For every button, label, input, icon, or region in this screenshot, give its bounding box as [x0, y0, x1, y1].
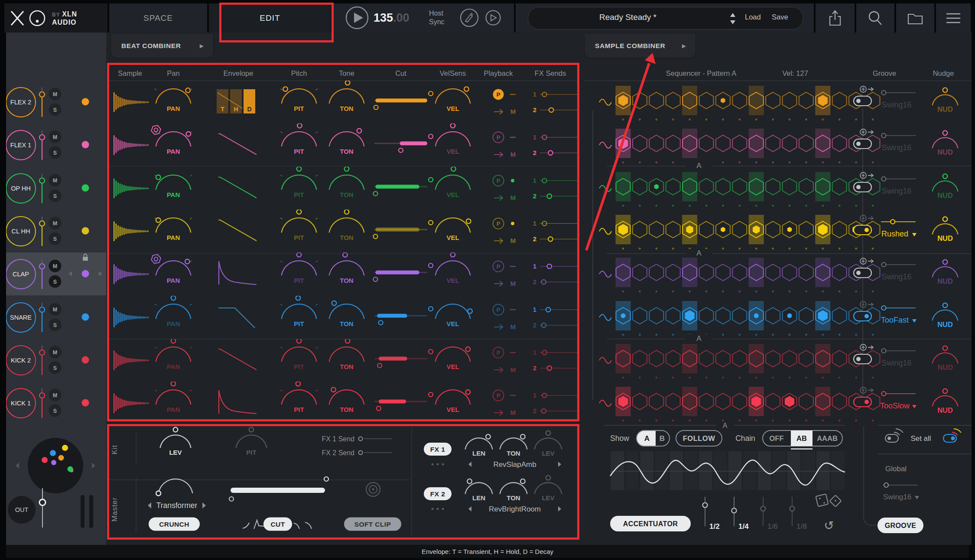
seq-step[interactable]: [649, 308, 663, 336]
pitch-knob[interactable]: PIT: [280, 382, 318, 413]
pan-knob[interactable]: PAN: [155, 296, 192, 327]
seq-step[interactable]: [716, 350, 730, 379]
set-all-off-toggle-icon[interactable]: [885, 429, 903, 442]
seq-step[interactable]: [616, 215, 631, 249]
seq-step[interactable]: [666, 308, 680, 336]
fx2-send-slider[interactable]: 2: [533, 364, 578, 372]
velsens-knob[interactable]: VEL: [436, 252, 471, 284]
tone-knob[interactable]: TON: [329, 339, 364, 370]
mute-button[interactable]: M: [49, 174, 62, 187]
fx2-more-options[interactable]: [437, 508, 439, 510]
seq-step[interactable]: [633, 178, 647, 207]
seq-step[interactable]: [766, 92, 780, 120]
groove-button[interactable]: GROOVE: [878, 518, 923, 533]
seq-step[interactable]: [832, 308, 847, 336]
envelope-control[interactable]: [219, 390, 257, 414]
play-button[interactable]: [346, 7, 368, 29]
load-button[interactable]: Load: [745, 13, 761, 21]
tone-knob[interactable]: TON: [329, 252, 364, 284]
seq-step[interactable]: [699, 221, 714, 249]
groove-toggle[interactable]: [854, 268, 871, 278]
cut-slider[interactable]: [374, 392, 433, 411]
fx1-send-slider[interactable]: 1: [533, 262, 578, 270]
fx1-send-slider[interactable]: 1: [533, 133, 578, 141]
fx2-send-slider[interactable]: 2: [533, 149, 578, 156]
set-all-on-toggle-icon[interactable]: [943, 429, 961, 442]
seq-step[interactable]: [799, 350, 813, 379]
seq-step[interactable]: [783, 393, 797, 421]
seq-step[interactable]: [716, 92, 730, 120]
crunch-button[interactable]: CRUNCH: [149, 518, 200, 531]
cut-slider[interactable]: [373, 263, 433, 282]
pad-prev-arrow[interactable]: [16, 463, 19, 469]
seq-step[interactable]: [832, 92, 847, 120]
seq-step[interactable]: [666, 350, 680, 379]
fx1-more-options[interactable]: [437, 463, 439, 466]
seq-step[interactable]: [783, 178, 797, 207]
pitch-knob[interactable]: PIT: [280, 87, 318, 112]
tone-knob[interactable]: TON: [329, 210, 364, 241]
sample-waveform[interactable]: [114, 135, 149, 155]
seq-step[interactable]: [682, 258, 697, 292]
division-slider-1-2[interactable]: 1/2: [703, 497, 720, 531]
master-effect-selector[interactable]: Transformer: [148, 501, 206, 510]
velocity-wave-icon[interactable]: [599, 185, 611, 191]
seq-step[interactable]: [649, 264, 663, 292]
show-ab-switch[interactable]: AB: [637, 431, 670, 446]
seq-step[interactable]: [616, 387, 631, 421]
seq-step[interactable]: [649, 178, 663, 207]
velsens-knob[interactable]: VEL: [436, 304, 472, 327]
solo-button[interactable]: S: [49, 190, 62, 202]
fx1-send-slider[interactable]: 1: [533, 349, 578, 356]
seq-step[interactable]: [682, 301, 697, 336]
swing-preset-dropdown[interactable]: Swing16: [881, 100, 911, 109]
seq-step[interactable]: [832, 350, 847, 379]
seq-step[interactable]: [766, 221, 780, 249]
fx2-send-slider[interactable]: 2: [533, 192, 578, 200]
fx2-send-slider[interactable]: 2: [533, 321, 578, 329]
swing-amount-slider[interactable]: [881, 262, 916, 267]
seq-step[interactable]: [633, 135, 647, 163]
mute-button[interactable]: M: [49, 346, 62, 359]
seq-step[interactable]: [633, 92, 647, 120]
groove-link-icon[interactable]: [860, 301, 873, 308]
pitch-knob[interactable]: PIT: [280, 252, 318, 284]
fx1-send-slider[interactable]: 1: [533, 220, 578, 227]
nudge-knob[interactable]: NUD: [933, 131, 958, 156]
seq-step[interactable]: [732, 221, 747, 249]
master-amount-slider[interactable]: [229, 477, 328, 501]
swing-preset-dropdown[interactable]: Rushed: [881, 230, 916, 238]
groove-link-icon[interactable]: [860, 86, 873, 92]
pan-knob[interactable]: PAN: [155, 259, 192, 285]
seq-step[interactable]: [633, 308, 647, 336]
fx1-button[interactable]: FX 1: [424, 443, 452, 456]
fx1-send-slider[interactable]: 1: [533, 306, 578, 313]
velsens-knob[interactable]: VEL: [436, 167, 471, 198]
seq-step[interactable]: [666, 178, 680, 207]
cut-slider[interactable]: [374, 307, 433, 325]
seq-step[interactable]: [832, 264, 847, 292]
seq-step[interactable]: [716, 135, 730, 163]
track-volume-fader[interactable]: [39, 346, 45, 375]
envelope-control[interactable]: [219, 261, 257, 285]
master-output-fader[interactable]: [39, 488, 46, 528]
track-pad[interactable]: CL HH: [6, 217, 36, 246]
seq-step[interactable]: [666, 393, 680, 421]
playback-mode[interactable]: PM: [493, 218, 516, 245]
global-swing-slider[interactable]: [883, 483, 918, 487]
fx2-length-knob[interactable]: LEN: [465, 479, 493, 502]
seq-step[interactable]: [749, 387, 764, 421]
browser-button[interactable]: [896, 3, 934, 32]
tab-space[interactable]: SPACE: [109, 3, 207, 32]
seq-step[interactable]: [815, 344, 830, 379]
playback-mode[interactable]: PM: [493, 347, 516, 374]
groove-link-icon[interactable]: [860, 215, 873, 221]
seq-step[interactable]: [699, 135, 714, 163]
seq-step[interactable]: [666, 264, 680, 292]
mute-button[interactable]: M: [49, 389, 62, 401]
seq-step[interactable]: [732, 393, 747, 421]
seq-step[interactable]: [815, 258, 830, 292]
velsens-knob[interactable]: VEL: [436, 123, 471, 155]
seq-step[interactable]: [732, 264, 747, 292]
groove-toggle[interactable]: [854, 139, 871, 149]
